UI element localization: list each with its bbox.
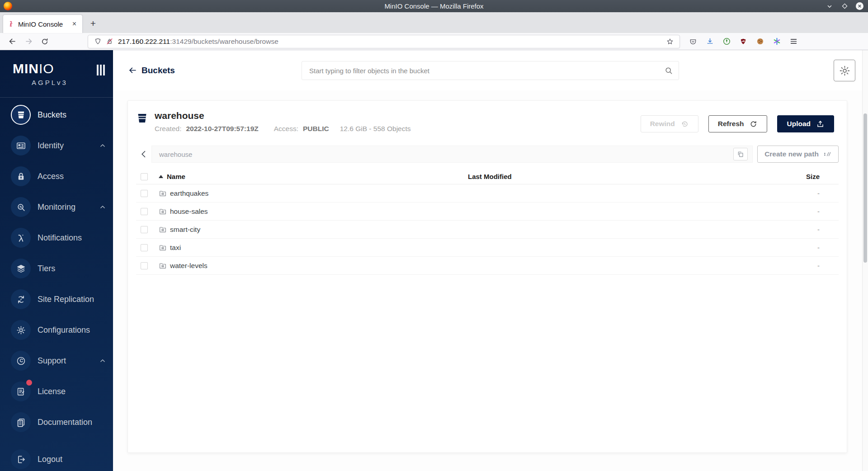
bucket-icon	[136, 112, 148, 124]
monitor-search-icon	[11, 197, 31, 217]
back-button[interactable]	[5, 35, 19, 48]
sync-icon	[11, 289, 31, 309]
sidebar-item-logout[interactable]: Logout	[0, 444, 113, 471]
current-path: warehouse	[159, 151, 733, 158]
row-name: taxi	[170, 244, 181, 252]
url-host: 217.160.222.211	[118, 38, 170, 45]
multicolor-asterisk-extension-icon[interactable]	[770, 35, 783, 48]
insecure-lock-icon[interactable]	[104, 36, 115, 47]
sidebar-collapse-icon[interactable]	[97, 65, 105, 75]
sidebar-item-notifications[interactable]: Notifications	[0, 222, 113, 253]
size-column-header[interactable]: Size	[784, 173, 839, 180]
bucket-settings-button[interactable]	[834, 60, 855, 81]
sidebar-item-documentation[interactable]: Documentation	[0, 407, 113, 438]
window-titlebar: MinIO Console — Mozilla Firefox	[0, 0, 868, 12]
page-scrollbar[interactable]	[862, 50, 868, 471]
row-checkbox[interactable]	[141, 244, 148, 251]
sidebar-item-site-replication[interactable]: Site Replication	[0, 284, 113, 315]
table-row[interactable]: smart-city -	[136, 221, 839, 239]
privacy-extension-icon[interactable]	[720, 35, 733, 48]
sidebar-item-license[interactable]: License	[0, 376, 113, 407]
upload-button[interactable]: Upload	[777, 115, 834, 132]
row-checkbox[interactable]	[141, 208, 148, 215]
create-new-path-button[interactable]: Create new path	[757, 146, 839, 163]
download-icon[interactable]	[703, 35, 717, 48]
rewind-button[interactable]: Rewind	[641, 115, 698, 132]
lambda-icon	[11, 228, 31, 248]
ublock-shield-icon[interactable]: uB	[736, 35, 750, 48]
rewind-icon	[680, 120, 689, 128]
tab-bar: MinIO Console × +	[0, 12, 868, 33]
objects-table: Name Last Modified Size earthquakes - ho…	[136, 169, 839, 275]
created-value: 2022-10-27T09:57:19Z	[186, 125, 258, 133]
bucket-header: warehouse Created: 2022-10-27T09:57:19Z …	[136, 110, 839, 133]
sidebar-item-support[interactable]: Support	[0, 345, 113, 376]
chevron-up-icon[interactable]	[99, 142, 106, 149]
maximize-button[interactable]	[841, 3, 848, 10]
pocket-icon[interactable]	[686, 35, 700, 48]
notification-dot-badge	[26, 380, 32, 386]
copy-path-button[interactable]	[733, 148, 748, 160]
sidebar-item-tiers[interactable]: Tiers	[0, 253, 113, 284]
chevron-up-icon[interactable]	[99, 358, 106, 364]
gear-icon	[839, 65, 851, 77]
tab-minio-console[interactable]: MinIO Console ×	[3, 14, 83, 33]
row-name: house-sales	[170, 207, 208, 216]
name-column-header[interactable]: Name	[159, 173, 468, 180]
table-body: earthquakes - house-sales - smart-city -	[136, 184, 839, 275]
sidebar-item-access[interactable]: Access	[0, 161, 113, 192]
tracking-shield-icon[interactable]	[92, 36, 104, 47]
refresh-icon	[749, 120, 758, 128]
scrollbar-thumb[interactable]	[863, 113, 867, 263]
table-row[interactable]: water-levels -	[136, 257, 839, 275]
back-link-label: Buckets	[142, 66, 175, 75]
window-title: MinIO Console — Mozilla Firefox	[0, 2, 868, 10]
forward-button[interactable]	[22, 35, 35, 48]
folder-icon	[159, 244, 167, 252]
url-text[interactable]: 217.160.222.211:31429/buckets/warehouse/…	[118, 38, 664, 46]
main-content: Buckets warehouse	[113, 50, 868, 471]
close-window-button[interactable]	[856, 2, 863, 10]
sidebar-item-buckets[interactable]: Buckets	[0, 99, 113, 130]
reload-button[interactable]	[38, 35, 52, 48]
minimize-button[interactable]	[826, 3, 833, 10]
sidebar: MINIO AGPLv3 Buckets Identity Access Mon…	[0, 50, 113, 471]
sort-ascending-icon	[159, 175, 163, 178]
sidebar-item-configurations[interactable]: Configurations	[0, 315, 113, 345]
row-checkbox[interactable]	[141, 190, 148, 197]
layers-icon	[11, 259, 31, 278]
chevron-up-icon[interactable]	[99, 204, 106, 210]
folder-icon	[159, 207, 167, 216]
table-row[interactable]: earthquakes -	[136, 184, 839, 203]
bookmark-star-icon[interactable]	[664, 36, 676, 47]
sidebar-nav: Buckets Identity Access Monitoring Notif…	[0, 99, 113, 471]
table-header-row: Name Last Modified Size	[136, 169, 839, 184]
access-label: Access:	[274, 125, 298, 133]
url-bar[interactable]: 217.160.222.211:31429/buckets/warehouse/…	[88, 35, 680, 48]
sidebar-item-identity[interactable]: Identity	[0, 130, 113, 161]
modified-column-header[interactable]: Last Modified	[468, 173, 784, 180]
select-all-checkbox[interactable]	[141, 173, 148, 180]
menu-hamburger-icon[interactable]	[787, 35, 800, 48]
cookie-extension-icon[interactable]	[753, 35, 767, 48]
new-tab-button[interactable]: +	[85, 16, 101, 31]
url-path: :31429/buckets/warehouse/browse	[170, 38, 278, 45]
row-size: -	[784, 262, 839, 269]
refresh-button[interactable]: Refresh	[708, 115, 768, 132]
path-back-button[interactable]	[136, 146, 151, 163]
bucket-meta: Created: 2022-10-27T09:57:19Z Access: PU…	[155, 125, 411, 133]
row-checkbox[interactable]	[141, 262, 148, 269]
sidebar-item-monitoring[interactable]: Monitoring	[0, 192, 113, 222]
table-row[interactable]: house-sales -	[136, 203, 839, 221]
id-card-icon	[11, 136, 31, 155]
row-size: -	[784, 189, 839, 197]
buckets-back-link[interactable]: Buckets	[128, 66, 175, 75]
row-checkbox[interactable]	[141, 226, 148, 233]
access-value[interactable]: PUBLIC	[303, 125, 329, 133]
row-size: -	[784, 207, 839, 215]
browser-toolbar: 217.160.222.211:31429/buckets/warehouse/…	[0, 33, 868, 50]
close-tab-icon[interactable]: ×	[71, 19, 78, 28]
table-row[interactable]: taxi -	[136, 239, 839, 257]
folder-icon	[159, 189, 167, 198]
filter-objects-input[interactable]	[309, 67, 664, 75]
